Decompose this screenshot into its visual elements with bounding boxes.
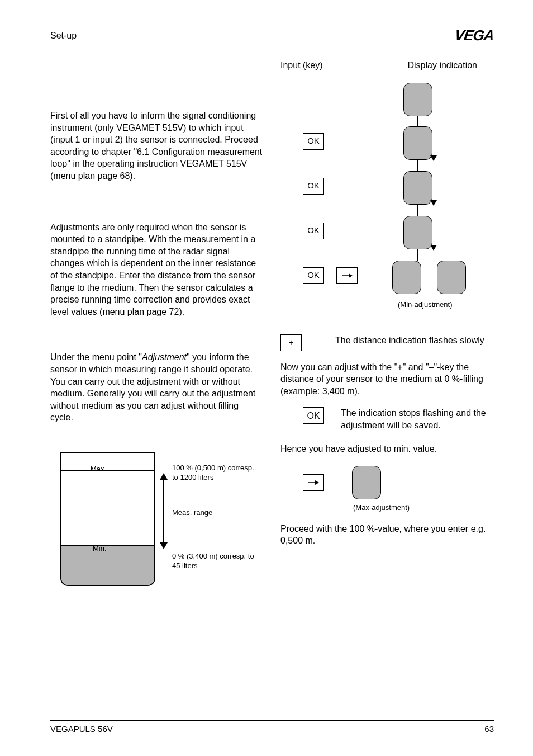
tank-max-line — [61, 470, 154, 471]
left-column: First of all you have to inform the sign… — [50, 59, 264, 603]
diagram-header: Input (key) Display indication — [280, 59, 494, 72]
down-arrow-icon-2 — [430, 200, 437, 206]
page-header: Set-up VEGA — [50, 27, 494, 48]
tank-diagram: Max. Min. 100 % (0,500 m) corresp. to 12… — [50, 446, 251, 603]
plus-key-text: The distance indication flashes slowly — [335, 334, 484, 347]
meas-range-arrow — [163, 479, 164, 545]
ok-key-3: OK — [303, 223, 324, 239]
proceed-100-paragraph: Proceed with the 100 %-value, where you … — [280, 523, 494, 547]
display-box-5a — [392, 261, 421, 294]
display-box-4 — [403, 216, 432, 249]
input-key-label: Input (key) — [280, 59, 323, 72]
display-box-max — [352, 466, 381, 499]
arrow-up-icon — [160, 473, 168, 480]
ok-save-row: OK The indication stops flashing and the… — [280, 407, 494, 431]
footer-page: 63 — [484, 724, 494, 734]
max-arrow-row — [280, 466, 494, 499]
ok-key-2: OK — [303, 178, 324, 195]
footer-doc: VEGAPULS 56V — [50, 724, 113, 734]
ok-key-save: OK — [303, 407, 324, 424]
display-indication-label: Display indication — [407, 59, 477, 72]
tank-max-label: Max. — [91, 464, 106, 474]
arrow-down-icon — [160, 542, 168, 549]
tank-min-line — [61, 545, 154, 546]
tank-min-text: 0 % (3,400 m) corresp. to 45 liters — [172, 551, 256, 571]
intro-paragraph: First of all you have to inform the sign… — [50, 110, 264, 182]
min-adjustment-label: (Min-adjustment) — [398, 300, 453, 310]
down-arrow-icon-1 — [430, 155, 437, 161]
meas-range-label: Meas. range — [172, 508, 212, 518]
tank-min-label: Min. — [93, 544, 107, 554]
arrow-right-key-2 — [303, 474, 324, 491]
display-box-1 — [403, 83, 432, 116]
plus-key-row: + The distance indication flashes slowly — [280, 334, 494, 351]
ok-save-text: The indication stops flashing and the ad… — [341, 407, 494, 431]
plus-key: + — [280, 334, 302, 351]
svg-marker-1 — [349, 273, 353, 278]
ok-key-4: OK — [303, 267, 324, 284]
right-column: Input (key) Display indication OK OK OK … — [280, 59, 494, 603]
adjustment-paragraph: Under the menu point "Adjustment" you in… — [50, 351, 264, 424]
tank-outline — [60, 452, 155, 586]
max-adjustment-label: (Max-adjustment) — [353, 503, 494, 513]
standpipe-paragraph: Adjustments are only required when the s… — [50, 221, 264, 318]
down-arrow-icon-3 — [430, 245, 437, 251]
section-title: Set-up — [50, 31, 77, 41]
adjust-distance-paragraph: Now you can adjust with the "+" and "–"-… — [280, 361, 494, 398]
display-box-3 — [403, 171, 432, 205]
svg-marker-3 — [315, 480, 319, 485]
ok-key-1: OK — [303, 133, 324, 150]
display-box-2 — [403, 126, 432, 160]
display-box-5b — [437, 261, 466, 294]
key-display-diagram: OK OK OK OK — [280, 83, 494, 329]
vega-logo: VEGA — [454, 27, 495, 44]
min-adjusted-paragraph: Hence you have adjusted to min. value. — [280, 443, 494, 455]
tank-fill — [61, 546, 154, 585]
arrow-right-key — [336, 267, 358, 284]
tank-max-text: 100 % (0,500 m) corresp. to 1200 liters — [172, 463, 256, 483]
page-footer: VEGAPULS 56V 63 — [50, 720, 494, 734]
